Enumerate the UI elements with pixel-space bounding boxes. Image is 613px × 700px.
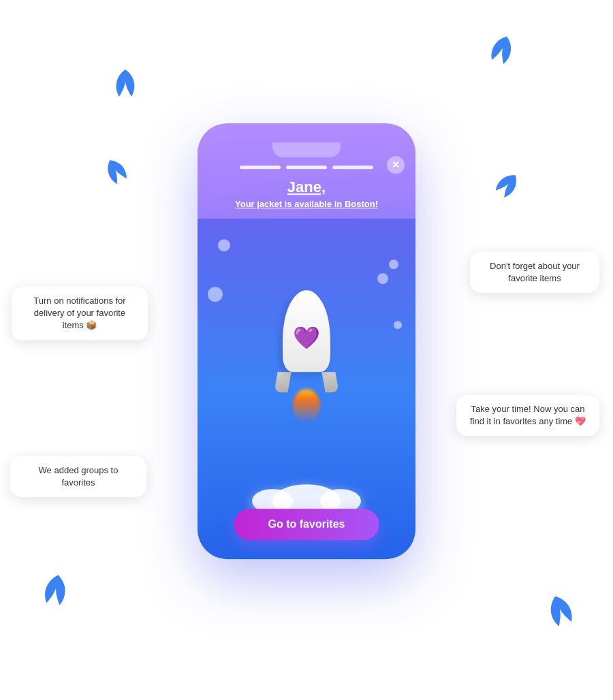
dot-2 [389, 259, 398, 269]
dot-5 [394, 321, 402, 329]
fin-right [321, 372, 339, 392]
leaf-bottom-right [541, 590, 582, 636]
progress-bar-1 [240, 165, 281, 169]
progress-bars [211, 165, 402, 169]
phone-body: 💜 Go to favorites [198, 219, 415, 559]
leaf-top-left [112, 68, 138, 104]
dot-1 [218, 239, 230, 251]
phone-header: ✕ Jane, Your jacket is available in Bost… [198, 123, 415, 223]
progress-bar-2 [286, 165, 327, 169]
scene: ✕ Jane, Your jacket is available in Bost… [0, 0, 613, 700]
rocket-exhaust [293, 389, 320, 423]
dot-4 [377, 273, 388, 284]
bubble-groups: We added groups to favorites [10, 456, 146, 497]
fin-left [274, 372, 291, 392]
progress-bar-3 [332, 165, 373, 169]
leaf-mid-left [99, 153, 135, 193]
phone-frame: ✕ Jane, Your jacket is available in Bost… [198, 123, 415, 559]
bubble-notifications: Turn on notifications for delivery of yo… [12, 287, 148, 340]
rocket-body: 💜 [283, 290, 330, 372]
rocket-container: 💜 [252, 232, 361, 423]
leaf-bottom-left [37, 571, 72, 614]
go-to-favorites-button[interactable]: Go to favorites [234, 509, 379, 540]
rocket-fins [276, 372, 337, 392]
leaf-top-right [483, 31, 519, 73]
rocket: 💜 [276, 290, 337, 423]
close-button[interactable]: ✕ [387, 156, 405, 174]
subtitle-location: Boston! [345, 199, 378, 209]
bubble-time: Take your time! Now you can find it in f… [456, 395, 599, 436]
rocket-heart: 💜 [293, 325, 320, 351]
bubble-forget: Don't forget about your favorite items [470, 252, 599, 293]
leaf-mid-right [487, 167, 526, 207]
notch [272, 142, 341, 157]
phone-subtitle: Your jacket is available in Boston! [211, 199, 402, 209]
subtitle-prefix: Your jacket is available in [235, 199, 345, 209]
phone-title: Jane, [211, 178, 402, 196]
dot-3 [208, 287, 223, 302]
